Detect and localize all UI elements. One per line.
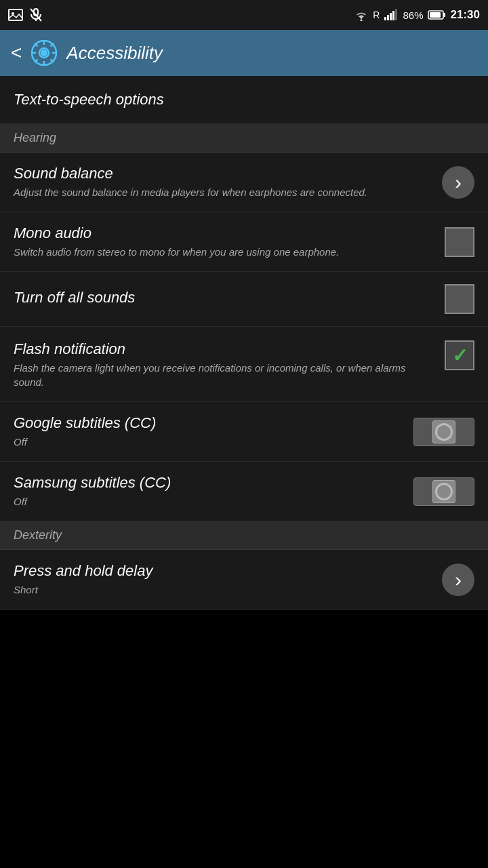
battery-icon bbox=[428, 9, 447, 20]
press-hold-delay-title: Press and hold delay bbox=[14, 562, 434, 580]
mic-off-icon bbox=[30, 8, 42, 22]
google-subtitles-item[interactable]: Google subtitles (CC) Off bbox=[0, 402, 488, 462]
turn-off-sounds-checkbox[interactable] bbox=[445, 284, 474, 314]
sound-balance-title: Sound balance bbox=[14, 165, 434, 182]
mono-audio-title: Mono audio bbox=[14, 224, 436, 242]
battery-percent: 86% bbox=[403, 9, 423, 21]
samsung-subtitles-title: Samsung subtitles (CC) bbox=[14, 474, 405, 492]
svg-rect-8 bbox=[390, 13, 392, 20]
mono-audio-text: Mono audio Switch audio from stereo to m… bbox=[14, 224, 445, 259]
svg-rect-6 bbox=[384, 17, 386, 20]
press-hold-delay-item[interactable]: Press and hold delay Short bbox=[0, 550, 488, 610]
carrier-label: R bbox=[373, 9, 380, 20]
wifi-icon bbox=[354, 9, 369, 21]
svg-rect-0 bbox=[9, 9, 22, 20]
svg-point-5 bbox=[361, 20, 363, 22]
sound-balance-text: Sound balance Adjust the sound balance i… bbox=[14, 165, 442, 199]
press-hold-delay-chevron[interactable] bbox=[442, 564, 474, 596]
app-header: < Accessibility bbox=[0, 30, 488, 76]
turn-off-sounds-item[interactable]: Turn off all sounds bbox=[0, 272, 488, 327]
flash-notification-text: Flash notification Flash the camera ligh… bbox=[14, 340, 445, 389]
status-bar: R 86% 21:30 bbox=[0, 0, 488, 30]
mono-audio-checkbox[interactable] bbox=[445, 227, 474, 257]
turn-off-sounds-title: Turn off all sounds bbox=[14, 289, 436, 307]
samsung-subtitles-item[interactable]: Samsung subtitles (CC) Off bbox=[0, 462, 488, 521]
svg-point-24 bbox=[41, 50, 47, 56]
samsung-subtitles-knob bbox=[432, 480, 455, 503]
google-subtitles-knob bbox=[432, 420, 455, 443]
google-subtitles-title: Google subtitles (CC) bbox=[14, 414, 405, 432]
sound-balance-desc: Adjust the sound balance in media player… bbox=[14, 185, 434, 199]
flash-notification-checkbox[interactable] bbox=[445, 340, 474, 370]
hearing-section-label: Hearing bbox=[14, 131, 56, 144]
back-button[interactable]: < bbox=[11, 42, 22, 64]
samsung-subtitles-text: Samsung subtitles (CC) Off bbox=[14, 474, 413, 509]
flash-notification-desc: Flash the camera light when you receive … bbox=[14, 361, 436, 389]
signal-icon bbox=[384, 9, 399, 21]
samsung-subtitles-toggle[interactable] bbox=[413, 477, 474, 506]
svg-rect-12 bbox=[430, 12, 441, 18]
svg-rect-7 bbox=[387, 15, 389, 20]
tts-option-item[interactable]: Text-to-speech options bbox=[0, 76, 488, 124]
tts-option-label: Text-to-speech options bbox=[14, 91, 164, 108]
google-subtitles-status: Off bbox=[14, 435, 405, 449]
sound-balance-chevron[interactable] bbox=[442, 166, 474, 199]
press-hold-delay-text: Press and hold delay Short bbox=[14, 562, 442, 597]
svg-rect-9 bbox=[392, 11, 394, 20]
hearing-section-header: Hearing bbox=[0, 124, 488, 153]
dexterity-section-label: Dexterity bbox=[14, 528, 62, 542]
flash-notification-item[interactable]: Flash notification Flash the camera ligh… bbox=[0, 327, 488, 402]
sound-balance-item[interactable]: Sound balance Adjust the sound balance i… bbox=[0, 153, 488, 212]
google-subtitles-toggle[interactable] bbox=[413, 418, 474, 446]
page-title: Accessibility bbox=[66, 43, 163, 64]
settings-gear-icon bbox=[31, 40, 57, 66]
image-icon bbox=[8, 9, 23, 21]
status-bar-left bbox=[8, 8, 42, 22]
samsung-subtitles-status: Off bbox=[14, 494, 405, 509]
press-hold-delay-desc: Short bbox=[14, 583, 434, 597]
svg-rect-13 bbox=[443, 13, 445, 17]
status-bar-right: R 86% 21:30 bbox=[354, 8, 480, 22]
google-subtitles-text: Google subtitles (CC) Off bbox=[14, 414, 413, 449]
dexterity-section-header: Dexterity bbox=[0, 521, 488, 550]
mono-audio-desc: Switch audio from stereo to mono for whe… bbox=[14, 245, 436, 259]
time-display: 21:30 bbox=[451, 8, 480, 22]
mono-audio-item[interactable]: Mono audio Switch audio from stereo to m… bbox=[0, 212, 488, 272]
turn-off-sounds-text: Turn off all sounds bbox=[14, 289, 445, 309]
flash-notification-title: Flash notification bbox=[14, 340, 436, 358]
svg-rect-10 bbox=[395, 9, 397, 20]
